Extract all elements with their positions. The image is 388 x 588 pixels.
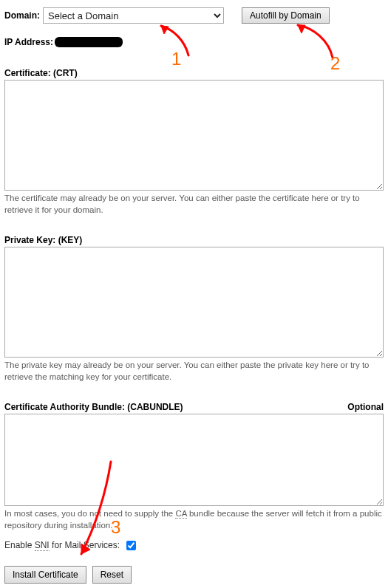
domain-label: Domain: [4, 10, 40, 21]
action-row: Install Certificate Reset [4, 566, 384, 584]
autofill-by-domain-button[interactable]: Autofill by Domain [242, 7, 330, 24]
private-key-label: Private Key: (KEY) [4, 235, 82, 245]
certificate-textarea[interactable] [4, 80, 384, 191]
svg-marker-0 [161, 26, 169, 34]
cabundle-help: In most cases, you do not need to supply… [4, 508, 384, 531]
domain-select[interactable]: Select a Domain [43, 7, 224, 24]
enable-sni-pre: Enable [4, 540, 35, 550]
cabundle-help-pre: In most cases, you do not need to supply… [4, 509, 175, 518]
certificate-label: Certificate: (CRT) [4, 68, 78, 78]
domain-row: Domain: Select a Domain Autofill by Doma… [4, 7, 384, 24]
ca-abbr: CA [175, 509, 186, 519]
reset-button[interactable]: Reset [92, 566, 132, 584]
enable-sni-checkbox[interactable] [126, 541, 136, 550]
cabundle-optional-label: Optional [347, 402, 384, 412]
cabundle-textarea[interactable] [4, 414, 384, 506]
annotation-number-1: 1 [171, 49, 181, 69]
cabundle-section: Certificate Authority Bundle: (CABUNDLE)… [4, 402, 384, 531]
certificate-help: The certificate may already be on your s… [4, 193, 384, 216]
install-certificate-button[interactable]: Install Certificate [4, 566, 86, 584]
certificate-section: Certificate: (CRT) The certificate may a… [4, 68, 384, 216]
cabundle-label: Certificate Authority Bundle: (CABUNDLE) [4, 402, 183, 412]
enable-sni-post: for Mail Services: [50, 540, 120, 550]
ip-address-label: IP Address: [4, 37, 53, 47]
ip-address-value-redacted [55, 37, 123, 47]
enable-sni-row: Enable SNI for Mail Services: [4, 539, 384, 553]
private-key-help: The private key may already be on your s… [4, 360, 384, 383]
private-key-section: Private Key: (KEY) The private key may a… [4, 235, 384, 383]
sni-abbr: SNI [35, 540, 50, 551]
svg-marker-1 [298, 25, 305, 33]
private-key-textarea[interactable] [4, 247, 384, 358]
ip-address-row: IP Address: [4, 37, 384, 47]
